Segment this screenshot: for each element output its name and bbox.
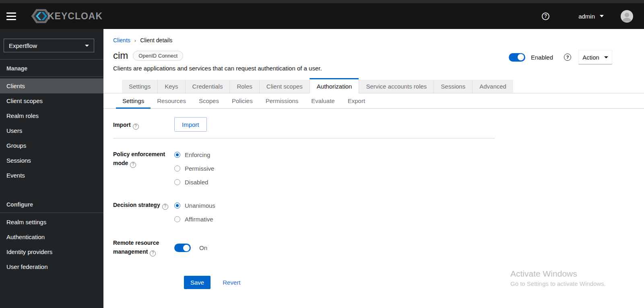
sidebar-item-client-scopes[interactable]: Client scopes bbox=[0, 93, 103, 108]
remote-resource-row: Remote resource management? On bbox=[113, 238, 644, 256]
tab-advanced[interactable]: Advanced bbox=[472, 80, 513, 93]
sidebar-item-user-federation[interactable]: User federation bbox=[0, 259, 103, 274]
radio-icon bbox=[174, 179, 180, 185]
radio-disabled[interactable]: Disabled bbox=[174, 178, 214, 186]
username: admin bbox=[578, 13, 595, 20]
sidebar-item-identity-providers[interactable]: Identity providers bbox=[0, 244, 103, 259]
tab-sessions[interactable]: Sessions bbox=[433, 80, 472, 93]
sidebar-item-events[interactable]: Events bbox=[0, 168, 103, 183]
nav-section-configure: Configure bbox=[0, 196, 103, 213]
subtab-resources[interactable]: Resources bbox=[151, 94, 192, 109]
remote-resource-label: Remote resource management? bbox=[113, 238, 174, 256]
remote-resource-control: On bbox=[174, 238, 207, 256]
radio-affirmative[interactable]: Affirmative bbox=[174, 215, 215, 223]
import-row: Import? Import bbox=[113, 117, 644, 132]
keycloak-brand[interactable]: KEYCLOAK bbox=[31, 8, 103, 24]
nav-section-manage: Manage bbox=[0, 60, 103, 77]
radio-icon bbox=[174, 152, 180, 158]
radio-enforcing[interactable]: Enforcing bbox=[174, 151, 214, 159]
revert-link[interactable]: Revert bbox=[223, 279, 240, 286]
sidebar-item-authentication[interactable]: Authentication bbox=[0, 229, 103, 244]
breadcrumb-separator-icon: › bbox=[134, 37, 136, 43]
sidebar-item-realm-settings[interactable]: Realm settings bbox=[0, 215, 103, 229]
client-tabs: Settings Keys Credentials Roles Client s… bbox=[103, 79, 644, 93]
tab-client-scopes[interactable]: Client scopes bbox=[259, 80, 310, 93]
main-content: Clients › Client details cim OpenID Conn… bbox=[103, 29, 644, 308]
radio-permissive[interactable]: Permissive bbox=[174, 164, 214, 172]
help-icon[interactable]: ? bbox=[150, 250, 156, 256]
tab-settings[interactable]: Settings bbox=[122, 80, 157, 93]
sidebar-item-sessions[interactable]: Sessions bbox=[0, 153, 103, 168]
subtab-scopes[interactable]: Scopes bbox=[192, 94, 225, 109]
subtab-export[interactable]: Export bbox=[341, 94, 372, 109]
tab-credentials[interactable]: Credentials bbox=[185, 80, 230, 93]
tab-authorization[interactable]: Authorization bbox=[310, 78, 359, 93]
breadcrumb: Clients › Client details bbox=[103, 29, 644, 43]
sidebar-item-groups[interactable]: Groups bbox=[0, 138, 103, 153]
brand-text: KEYCLOAK bbox=[47, 11, 103, 22]
tab-roles[interactable]: Roles bbox=[229, 80, 259, 93]
authorization-settings-form: Import? Import Policy enforcement mode? … bbox=[103, 109, 644, 289]
subtab-evaluate[interactable]: Evaluate bbox=[305, 94, 341, 109]
user-menu[interactable]: admin bbox=[578, 13, 604, 20]
breadcrumb-current: Client details bbox=[140, 37, 172, 43]
sidebar-item-users[interactable]: Users bbox=[0, 123, 103, 138]
page-title: cim bbox=[113, 50, 128, 61]
window-top-strip bbox=[0, 0, 644, 3]
decision-strategy-label: Decision strategy? bbox=[113, 201, 174, 223]
sidebar: Expertflow Manage Clients Client scopes … bbox=[0, 29, 103, 308]
help-icon[interactable]: ? bbox=[564, 54, 571, 61]
subtab-permissions[interactable]: Permissions bbox=[259, 94, 305, 109]
nav-group-manage: Clients Client scopes Realm roles Users … bbox=[0, 77, 103, 187]
enabled-toggle[interactable] bbox=[509, 53, 525, 62]
tab-service-accounts-roles[interactable]: Service accounts roles bbox=[359, 80, 433, 93]
radio-icon bbox=[174, 203, 180, 209]
help-icon[interactable]: ? bbox=[542, 12, 549, 20]
help-icon[interactable]: ? bbox=[130, 162, 136, 168]
decision-strategy-options: Unanimous Affirmative bbox=[174, 201, 215, 223]
policy-enforcement-label: Policy enforcement mode? bbox=[113, 150, 174, 186]
help-icon[interactable]: ? bbox=[133, 124, 139, 130]
remote-resource-toggle[interactable] bbox=[174, 244, 191, 252]
radio-icon bbox=[174, 216, 180, 222]
subtab-settings[interactable]: Settings bbox=[116, 94, 151, 109]
realm-selector-box: Expertflow bbox=[0, 29, 103, 60]
hamburger-menu-icon[interactable] bbox=[4, 8, 20, 24]
import-label: Import? bbox=[113, 117, 174, 132]
policy-enforcement-options: Enforcing Permissive Disabled bbox=[174, 150, 214, 186]
import-button[interactable]: Import bbox=[174, 117, 207, 132]
action-dropdown[interactable]: Action bbox=[578, 50, 612, 64]
enabled-label: Enabled bbox=[531, 54, 553, 61]
realm-selector[interactable]: Expertflow bbox=[4, 39, 94, 52]
protocol-badge: OpenID Connect bbox=[133, 51, 183, 61]
toggle-state-label: On bbox=[199, 244, 207, 251]
action-dropdown-label: Action bbox=[582, 54, 599, 61]
subtab-policies[interactable]: Policies bbox=[225, 94, 259, 109]
tab-keys[interactable]: Keys bbox=[157, 80, 185, 93]
sidebar-item-clients[interactable]: Clients bbox=[0, 79, 103, 93]
chevron-down-icon bbox=[85, 45, 89, 47]
chevron-down-icon bbox=[604, 56, 608, 58]
decision-strategy-row: Decision strategy? Unanimous Affirmative bbox=[113, 201, 644, 223]
divider bbox=[113, 138, 495, 138]
realm-name: Expertflow bbox=[9, 42, 37, 49]
page-actions: Enabled ? Action bbox=[509, 50, 612, 64]
top-navbar: KEYCLOAK ? admin bbox=[0, 3, 644, 29]
form-buttons: Save Revert bbox=[113, 276, 644, 289]
radio-icon bbox=[174, 165, 180, 172]
authorization-subtabs: Settings Resources Scopes Policies Permi… bbox=[103, 93, 644, 109]
user-avatar-icon bbox=[621, 10, 633, 23]
avatar[interactable] bbox=[621, 10, 633, 23]
nav-group-configure: Realm settings Authentication Identity p… bbox=[0, 213, 103, 278]
policy-enforcement-row: Policy enforcement mode? Enforcing Permi… bbox=[113, 150, 644, 186]
sidebar-item-realm-roles[interactable]: Realm roles bbox=[0, 108, 103, 123]
chevron-down-icon bbox=[600, 15, 604, 17]
help-icon[interactable]: ? bbox=[162, 204, 168, 210]
save-button[interactable]: Save bbox=[184, 276, 211, 289]
breadcrumb-clients-link[interactable]: Clients bbox=[113, 37, 130, 43]
radio-unanimous[interactable]: Unanimous bbox=[174, 201, 215, 209]
